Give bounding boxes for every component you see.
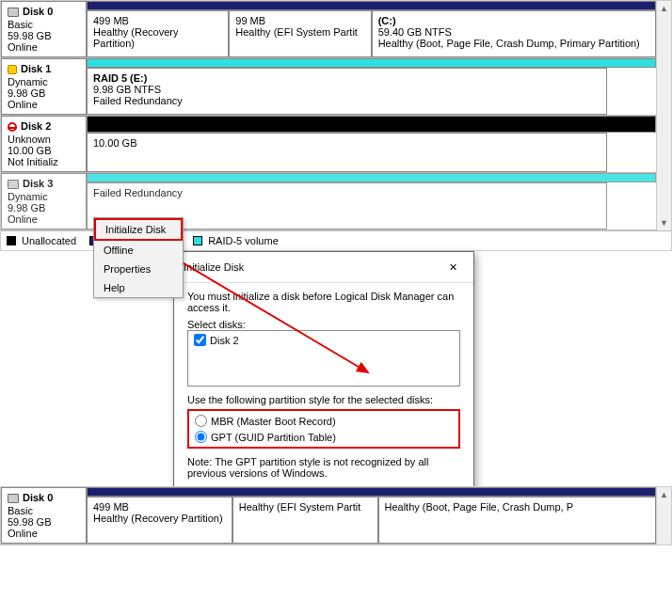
partition-label: RAID 5 (E:) — [93, 72, 600, 84]
disk-type: Basic — [8, 19, 80, 30]
disk-name: Disk 0 — [23, 492, 53, 505]
disk-info[interactable]: Disk 0 Basic 59.98 GB Online — [1, 487, 87, 544]
disk-strip — [87, 1, 656, 10]
partition[interactable]: 499 MBHealthy (Recovery Partition) — [87, 497, 232, 544]
partition[interactable]: Healthy (EFI System Partit — [232, 497, 378, 544]
partition-style-highlight: MBR (Master Boot Record) GPT (GUID Parti… — [187, 409, 460, 449]
disk-status: Online — [8, 528, 80, 539]
disk-row: Disk 0 Basic 59.98 GB Online 499 MBHealt… — [1, 487, 656, 545]
partition-style-label: Use the following partition style for th… — [187, 387, 460, 409]
disk-checkbox-row[interactable]: Disk 2 — [194, 334, 454, 346]
gpt-radio-label: GPT (GUID Partition Table) — [211, 432, 336, 443]
partition-size: 9.98 GB NTFS — [93, 84, 600, 95]
disk-icon — [8, 494, 19, 503]
disk-size: 9.98 GB — [8, 202, 80, 213]
mbr-radio-label: MBR (Master Boot Record) — [211, 416, 336, 427]
partition-status: Healthy (Boot, Page File, Crash Dump, Pr… — [378, 38, 649, 49]
disk-type: Dynamic — [8, 76, 80, 87]
partition-status: Failed Redundancy — [93, 95, 600, 106]
context-menu-item[interactable]: Initialize Disk — [94, 218, 183, 241]
vertical-scrollbar[interactable]: ▲ ▼ — [656, 1, 671, 230]
close-icon: ✕ — [449, 261, 457, 274]
warning-icon — [8, 65, 17, 74]
scroll-up-icon[interactable]: ▲ — [657, 1, 671, 16]
partition-status: Healthy (Boot, Page File, Crash Dump, P — [385, 501, 650, 513]
disk-status: Online — [8, 99, 80, 110]
disk-checkbox[interactable] — [194, 334, 206, 346]
partition-label: (C:) — [378, 15, 649, 26]
mbr-radio-input[interactable] — [195, 415, 207, 427]
context-menu-item[interactable]: Offline — [94, 241, 183, 260]
partition-status: Healthy (Recovery Partition) — [93, 513, 226, 524]
disk-name: Disk 0 — [23, 6, 53, 19]
partition[interactable]: 499 MBHealthy (Recovery Partition) — [87, 10, 229, 57]
scroll-up-icon[interactable]: ▲ — [657, 487, 671, 502]
scroll-down-icon[interactable]: ▼ — [657, 215, 671, 230]
disk-size: 9.98 GB — [8, 87, 80, 99]
disk-status: Not Initializ — [8, 156, 80, 167]
partition-status: Healthy (EFI System Partit — [235, 26, 364, 38]
partition[interactable]: Healthy (Boot, Page File, Crash Dump, P — [378, 497, 657, 544]
dialog-intro: You must initialize a disk before Logica… — [187, 291, 460, 319]
gpt-radio[interactable]: GPT (GUID Partition Table) — [191, 429, 456, 445]
disk-strip — [87, 487, 656, 497]
disk-strip — [87, 173, 656, 182]
legend-label: Unallocated — [22, 235, 84, 246]
disk-row: Disk 1Dynamic9.98 GBOnlineRAID 5 (E:)9.9… — [1, 58, 656, 116]
disk-icon — [8, 180, 19, 189]
disk-size: 59.98 GB — [8, 516, 80, 528]
disk-row: Disk 0Basic59.98 GBOnline499 MBHealthy (… — [1, 1, 656, 58]
partition[interactable]: 99 MBHealthy (EFI System Partit — [229, 10, 371, 57]
partition-size: 59.40 GB NTFS — [378, 26, 649, 38]
disk-info[interactable]: Disk 3Dynamic9.98 GBOnline — [1, 173, 87, 229]
disk-status: Online — [8, 213, 80, 225]
legend-swatch — [193, 236, 202, 245]
partition-size: 99 MB — [235, 15, 364, 26]
disk-status: Online — [8, 41, 80, 53]
context-menu-item[interactable]: Properties — [94, 260, 183, 278]
disk-info[interactable]: Disk 0Basic59.98 GBOnline — [1, 1, 87, 57]
context-menu: Initialize DiskOfflinePropertiesHelp — [93, 217, 184, 298]
disk-list[interactable]: Disk 2 — [187, 330, 460, 387]
disk-row: Disk 2Unknown10.00 GBNot Initializ10.00 … — [1, 116, 656, 173]
error-icon — [8, 122, 17, 132]
dialog-note: Note: The GPT partition style is not rec… — [187, 449, 460, 486]
partition[interactable]: RAID 5 (E:)9.98 GB NTFSFailed Redundancy — [87, 68, 607, 115]
partition-size: 10.00 GB — [93, 137, 600, 149]
disk-type: Dynamic — [8, 191, 80, 202]
disk-strip — [87, 58, 656, 68]
legend-swatch — [7, 236, 16, 245]
disk-size: 59.98 GB — [8, 30, 80, 41]
disk-info[interactable]: Disk 2Unknown10.00 GBNot Initializ — [1, 116, 87, 172]
disk-management-panel: Disk 0Basic59.98 GBOnline499 MBHealthy (… — [0, 0, 672, 251]
disk-strip — [87, 116, 656, 133]
disk-icon — [8, 8, 19, 17]
partition[interactable]: 10.00 GB — [87, 133, 607, 172]
partition-status: Failed Redundancy — [93, 187, 600, 198]
partition[interactable]: (C:)59.40 GB NTFSHealthy (Boot, Page Fil… — [372, 10, 656, 57]
mbr-radio[interactable]: MBR (Master Boot Record) — [191, 413, 456, 429]
select-disks-label: Select disks: — [187, 319, 460, 330]
context-menu-item[interactable]: Help — [94, 278, 183, 297]
disk-name: Disk 3 — [23, 178, 53, 191]
disk-name: Disk 2 — [21, 120, 51, 134]
partition-size: 499 MB — [93, 501, 226, 513]
disk-type: Basic — [8, 505, 80, 516]
gpt-radio-input[interactable] — [195, 431, 207, 443]
disk-management-panel-after: Disk 0 Basic 59.98 GB Online 499 MBHealt… — [0, 486, 672, 545]
vertical-scrollbar[interactable]: ▲ — [656, 487, 671, 545]
partition-status: Healthy (EFI System Partit — [239, 501, 372, 513]
partition-size: 499 MB — [93, 15, 222, 26]
partition-status: Healthy (Recovery Partition) — [93, 26, 222, 49]
disk-checkbox-label: Disk 2 — [210, 335, 239, 346]
dialog-title: Initialize Disk — [184, 261, 244, 273]
disk-type: Unknown — [8, 134, 80, 145]
disk-size: 10.00 GB — [8, 145, 80, 156]
close-button[interactable]: ✕ — [441, 258, 464, 276]
disk-info[interactable]: Disk 1Dynamic9.98 GBOnline — [1, 58, 87, 115]
legend-label: RAID-5 volume — [208, 235, 286, 246]
disk-name: Disk 1 — [21, 63, 51, 76]
